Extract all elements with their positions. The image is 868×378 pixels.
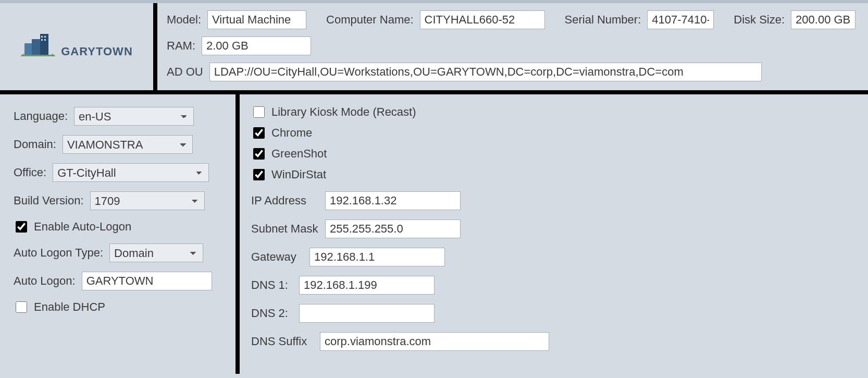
enable-autologon-row: Enable Auto-Logon xyxy=(14,220,222,234)
enable-autologon-checkbox[interactable] xyxy=(16,221,27,233)
greenshot-row: GreenShot xyxy=(251,147,857,161)
svg-rect-6 xyxy=(44,39,46,41)
ad-ou-field[interactable] xyxy=(209,63,762,81)
dnssuffix-row: DNS Suffix xyxy=(251,332,857,351)
config-left-panel: Language: en-US Domain: VIAMONSTRA Offic… xyxy=(0,94,240,374)
chrome-label: Chrome xyxy=(271,126,312,140)
build-version-select[interactable]: 1709 xyxy=(90,191,205,210)
svg-rect-4 xyxy=(44,36,46,38)
kiosk-label: Library Kiosk Mode (Recast) xyxy=(271,105,416,119)
language-select[interactable]: en-US xyxy=(74,107,194,126)
computer-name-field[interactable] xyxy=(420,10,545,29)
brand-cell: GARYTOWN xyxy=(0,3,157,90)
disk-size-label: Disk Size: xyxy=(734,13,785,27)
greenshot-label: GreenShot xyxy=(271,147,327,161)
greenshot-checkbox[interactable] xyxy=(253,148,265,160)
subnet-label: Subnet Mask xyxy=(251,222,319,236)
autologon-type-label: Auto Logon Type: xyxy=(14,246,103,260)
brand-inner: GARYTOWN xyxy=(20,31,133,63)
system-info-line1: Model: Computer Name: Serial Number: Dis… xyxy=(167,10,859,29)
model-field[interactable] xyxy=(207,10,306,29)
ip-label: IP Address xyxy=(251,194,319,208)
enable-dhcp-checkbox[interactable] xyxy=(16,301,27,313)
chrome-row: Chrome xyxy=(251,126,857,140)
disk-size-field[interactable] xyxy=(791,10,855,29)
svg-rect-1 xyxy=(32,39,40,56)
enable-dhcp-label: Enable DHCP xyxy=(34,300,105,314)
header-row: GARYTOWN Model: Computer Name: Serial Nu… xyxy=(0,3,868,94)
system-info-panel: Model: Computer Name: Serial Number: Dis… xyxy=(157,3,868,90)
office-select[interactable]: GT-CityHall xyxy=(53,163,209,182)
svg-rect-3 xyxy=(41,36,43,38)
windirstat-checkbox[interactable] xyxy=(253,169,265,180)
windirstat-row: WinDirStat xyxy=(251,167,857,182)
domain-row: Domain: VIAMONSTRA xyxy=(14,135,222,154)
subnet-row: Subnet Mask xyxy=(251,220,857,238)
ad-ou-label: AD OU xyxy=(167,65,203,79)
enable-autologon-label: Enable Auto-Logon xyxy=(34,220,131,234)
dns1-label: DNS 1: xyxy=(251,278,293,292)
dns2-row: DNS 2: xyxy=(251,304,857,323)
domain-select[interactable]: VIAMONSTRA xyxy=(63,135,193,154)
serial-number-field[interactable] xyxy=(647,10,714,29)
system-info-line3: AD OU xyxy=(167,63,859,81)
office-label: Office: xyxy=(14,166,46,179)
serial-number-label: Serial Number: xyxy=(565,13,641,27)
office-row: Office: GT-CityHall xyxy=(14,163,222,182)
model-label: Model: xyxy=(167,13,201,27)
language-label: Language: xyxy=(14,109,68,123)
chrome-checkbox[interactable] xyxy=(253,127,265,139)
dns1-row: DNS 1: xyxy=(251,276,857,295)
dnssuffix-field[interactable] xyxy=(320,332,549,351)
kiosk-row: Library Kiosk Mode (Recast) xyxy=(251,105,857,119)
buildings-icon xyxy=(20,31,57,63)
windirstat-label: WinDirStat xyxy=(271,168,326,181)
brand-name: GARYTOWN xyxy=(61,45,133,63)
computer-name-label: Computer Name: xyxy=(326,13,414,27)
svg-rect-2 xyxy=(24,43,32,56)
dns1-field[interactable] xyxy=(299,276,435,295)
autologon-type-select[interactable]: Domain xyxy=(109,243,203,262)
svg-rect-5 xyxy=(41,39,43,41)
dns2-field[interactable] xyxy=(299,304,435,323)
language-row: Language: en-US xyxy=(14,107,222,126)
dns2-label: DNS 2: xyxy=(251,307,293,320)
build-version-label: Build Version: xyxy=(14,194,84,208)
autologon-label: Auto Logon: xyxy=(14,274,76,288)
autologon-field[interactable] xyxy=(82,272,212,290)
autologon-row: Auto Logon: xyxy=(14,272,222,290)
subnet-field[interactable] xyxy=(325,220,461,238)
gateway-row: Gateway xyxy=(251,248,857,266)
ip-row: IP Address xyxy=(251,191,857,210)
content-row: Language: en-US Domain: VIAMONSTRA Offic… xyxy=(0,94,868,374)
domain-label: Domain: xyxy=(14,138,56,151)
enable-dhcp-row: Enable DHCP xyxy=(14,300,222,314)
autologon-type-row: Auto Logon Type: Domain xyxy=(14,243,222,262)
gateway-field[interactable] xyxy=(309,248,445,266)
window-root: GARYTOWN Model: Computer Name: Serial Nu… xyxy=(0,0,868,378)
ram-field[interactable] xyxy=(202,36,311,55)
gateway-label: Gateway xyxy=(251,250,303,264)
ram-label: RAM: xyxy=(167,39,195,53)
kiosk-checkbox[interactable] xyxy=(253,106,265,118)
ip-field[interactable] xyxy=(325,191,461,210)
build-version-row: Build Version: 1709 xyxy=(14,191,222,210)
config-right-panel: Library Kiosk Mode (Recast) Chrome Green… xyxy=(240,94,868,374)
system-info-line2: RAM: xyxy=(167,36,859,55)
dnssuffix-label: DNS Suffix xyxy=(251,335,314,348)
